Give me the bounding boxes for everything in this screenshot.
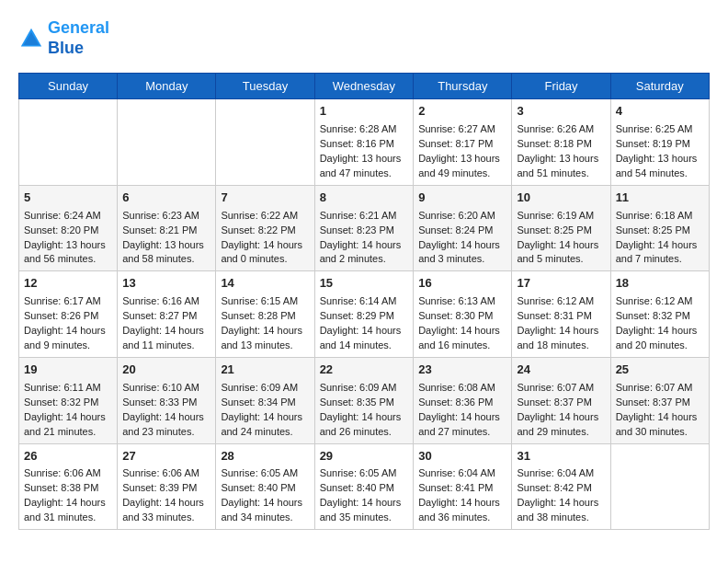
calendar-day-27: 27Sunrise: 6:06 AMSunset: 8:39 PMDayligh…: [118, 443, 216, 530]
day-number: 9: [418, 190, 506, 207]
day-info: Sunset: 8:36 PM: [418, 396, 506, 410]
day-info: and 38 minutes.: [517, 511, 605, 525]
day-info: Sunset: 8:40 PM: [221, 481, 309, 496]
day-info: Sunset: 8:39 PM: [122, 481, 210, 496]
day-info: Sunset: 8:30 PM: [418, 309, 506, 324]
calendar-day-19: 19Sunrise: 6:11 AMSunset: 8:32 PMDayligh…: [19, 357, 118, 443]
day-info: Sunset: 8:38 PM: [24, 481, 112, 496]
day-info: and 13 minutes.: [221, 339, 309, 353]
day-info: Sunrise: 6:04 AM: [517, 466, 605, 481]
day-info: Sunset: 8:32 PM: [24, 396, 112, 410]
day-number: 4: [616, 103, 704, 121]
calendar-day-30: 30Sunrise: 6:04 AMSunset: 8:41 PMDayligh…: [414, 443, 512, 530]
day-number: 5: [24, 190, 112, 207]
calendar-day-18: 18Sunrise: 6:12 AMSunset: 8:32 PMDayligh…: [610, 271, 709, 358]
empty-cell: [610, 443, 709, 530]
day-info: Sunset: 8:17 PM: [418, 137, 506, 152]
day-info: Daylight: 14 hours: [24, 410, 112, 425]
day-number: 10: [517, 190, 605, 207]
day-info: Sunset: 8:16 PM: [320, 137, 409, 152]
day-info: Sunrise: 6:05 AM: [221, 466, 309, 481]
calendar-day-29: 29Sunrise: 6:05 AMSunset: 8:40 PMDayligh…: [314, 443, 414, 530]
day-info: Daylight: 13 hours: [24, 238, 112, 253]
day-number: 14: [221, 275, 309, 293]
day-info: Sunrise: 6:07 AM: [616, 381, 704, 396]
day-number: 24: [517, 362, 605, 379]
header-day-sunday: Sunday: [19, 74, 118, 99]
page-header: GeneralBlue: [18, 18, 710, 58]
day-number: 2: [418, 103, 506, 121]
day-number: 29: [320, 448, 409, 465]
day-info: Daylight: 14 hours: [320, 238, 409, 253]
day-info: Sunset: 8:26 PM: [24, 309, 112, 324]
day-number: 6: [122, 190, 210, 207]
header-day-friday: Friday: [512, 74, 610, 99]
calendar-table: SundayMondayTuesdayWednesdayThursdayFrid…: [18, 73, 710, 530]
day-number: 25: [616, 362, 704, 379]
day-info: and 20 minutes.: [616, 339, 704, 353]
day-info: Sunrise: 6:27 AM: [418, 122, 506, 137]
day-info: and 56 minutes.: [24, 252, 112, 267]
calendar-day-3: 3Sunrise: 6:26 AMSunset: 8:18 PMDaylight…: [512, 99, 610, 186]
empty-cell: [118, 99, 216, 186]
day-info: Sunrise: 6:23 AM: [122, 209, 210, 224]
day-info: and 51 minutes.: [517, 167, 605, 181]
day-info: Daylight: 14 hours: [221, 496, 309, 511]
day-number: 13: [122, 275, 210, 293]
day-info: Daylight: 14 hours: [616, 410, 704, 425]
calendar-day-26: 26Sunrise: 6:06 AMSunset: 8:38 PMDayligh…: [19, 443, 118, 530]
day-info: and 30 minutes.: [616, 425, 704, 440]
calendar-day-25: 25Sunrise: 6:07 AMSunset: 8:37 PMDayligh…: [610, 357, 709, 443]
day-info: and 18 minutes.: [517, 339, 605, 353]
calendar-day-31: 31Sunrise: 6:04 AMSunset: 8:42 PMDayligh…: [512, 443, 610, 530]
day-info: Daylight: 14 hours: [320, 496, 409, 511]
day-number: 3: [517, 103, 605, 121]
day-info: Sunrise: 6:07 AM: [517, 381, 605, 396]
logo-icon: [18, 26, 44, 52]
day-number: 16: [418, 275, 506, 293]
day-info: Daylight: 13 hours: [616, 152, 704, 167]
day-info: and 11 minutes.: [122, 339, 210, 353]
day-number: 19: [24, 362, 112, 379]
day-info: and 9 minutes.: [24, 339, 112, 353]
day-info: Sunrise: 6:09 AM: [221, 381, 309, 396]
day-number: 22: [320, 362, 409, 379]
day-number: 28: [221, 448, 309, 465]
day-info: Sunset: 8:20 PM: [24, 224, 112, 238]
calendar-day-6: 6Sunrise: 6:23 AMSunset: 8:21 PMDaylight…: [118, 185, 216, 271]
header-day-saturday: Saturday: [610, 74, 709, 99]
day-info: Daylight: 14 hours: [418, 324, 506, 339]
calendar-day-22: 22Sunrise: 6:09 AMSunset: 8:35 PMDayligh…: [314, 357, 414, 443]
day-info: and 31 minutes.: [24, 511, 112, 525]
day-info: and 16 minutes.: [418, 339, 506, 353]
day-info: Sunrise: 6:15 AM: [221, 294, 309, 309]
header-day-monday: Monday: [118, 74, 216, 99]
day-info: Sunrise: 6:28 AM: [320, 122, 409, 137]
day-info: Sunset: 8:42 PM: [517, 481, 605, 496]
day-info: Sunrise: 6:18 AM: [616, 209, 704, 224]
day-info: and 49 minutes.: [418, 167, 506, 181]
day-info: and 29 minutes.: [517, 425, 605, 440]
logo-text: GeneralBlue: [48, 18, 109, 58]
calendar-day-8: 8Sunrise: 6:21 AMSunset: 8:23 PMDaylight…: [314, 185, 414, 271]
calendar-day-9: 9Sunrise: 6:20 AMSunset: 8:24 PMDaylight…: [414, 185, 512, 271]
day-info: Daylight: 14 hours: [616, 324, 704, 339]
calendar-day-24: 24Sunrise: 6:07 AMSunset: 8:37 PMDayligh…: [512, 357, 610, 443]
day-number: 21: [221, 362, 309, 379]
calendar-day-2: 2Sunrise: 6:27 AMSunset: 8:17 PMDaylight…: [414, 99, 512, 186]
header-day-tuesday: Tuesday: [216, 74, 314, 99]
day-number: 18: [616, 275, 704, 293]
day-info: Sunset: 8:40 PM: [320, 481, 409, 496]
calendar-day-23: 23Sunrise: 6:08 AMSunset: 8:36 PMDayligh…: [414, 357, 512, 443]
day-info: and 58 minutes.: [122, 252, 210, 267]
day-info: Daylight: 14 hours: [517, 324, 605, 339]
day-info: Daylight: 14 hours: [221, 238, 309, 253]
day-info: Daylight: 14 hours: [320, 324, 409, 339]
header-day-thursday: Thursday: [414, 74, 512, 99]
day-info: Sunrise: 6:16 AM: [122, 294, 210, 309]
day-number: 30: [418, 448, 506, 465]
day-info: and 26 minutes.: [320, 425, 409, 440]
day-info: Sunset: 8:19 PM: [616, 137, 704, 152]
empty-cell: [19, 99, 118, 186]
day-info: and 5 minutes.: [517, 252, 605, 267]
